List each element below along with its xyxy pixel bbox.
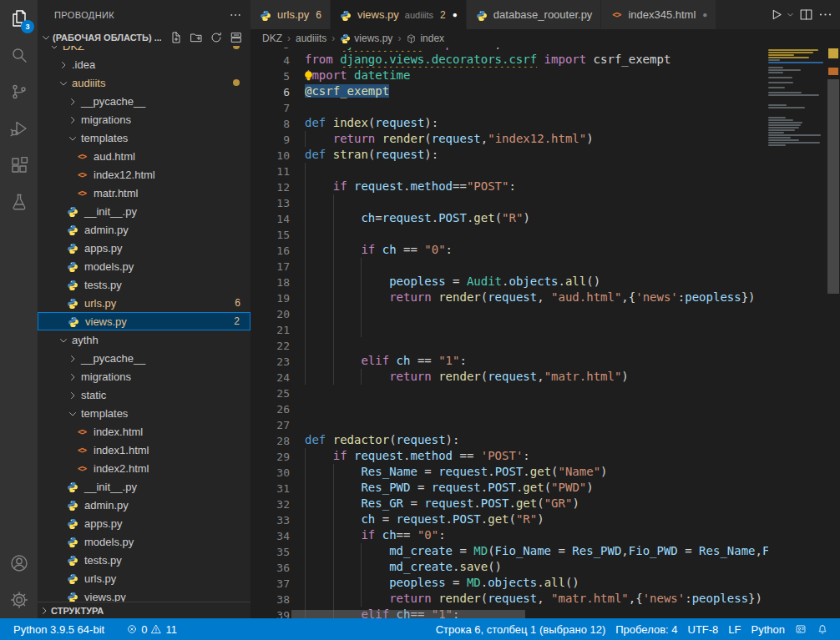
notifications-item[interactable] — [812, 623, 833, 635]
code-line-20: 20 — [250, 305, 768, 321]
line-text — [305, 385, 768, 401]
vertical-scrollbar-thumb[interactable] — [827, 79, 839, 294]
breadcrumb-item-audiiits[interactable]: audiiits — [296, 33, 326, 44]
tree-item-templates[interactable]: templates — [38, 129, 250, 147]
new-file-icon[interactable] — [169, 30, 184, 45]
tree-item-apps.py[interactable]: apps.py — [38, 239, 250, 257]
breadcrumb-item-index[interactable]: index — [406, 33, 444, 44]
indent-guide — [333, 274, 334, 290]
tree-item-admin.py[interactable]: admin.py — [38, 496, 250, 514]
activity-bar-item-extensions[interactable] — [0, 147, 38, 184]
minimap-line — [768, 127, 799, 129]
split-editor-icon[interactable] — [798, 7, 814, 23]
tree-item-models.py[interactable]: models.py — [38, 257, 250, 275]
tree-item-templates[interactable]: templates — [38, 404, 250, 422]
sidebar-more-actions-icon[interactable] — [229, 8, 242, 22]
tree-item-DKZ[interactable]: DKZ — [38, 46, 250, 55]
tree-item-views.py[interactable]: views.py2 — [38, 312, 250, 330]
feedback-item[interactable] — [790, 623, 812, 635]
tree-item-index1.html[interactable]: <>index1.html — [38, 441, 250, 459]
code-line-24: 24 return render(request,"matr.html") — [250, 369, 768, 385]
line-text — [305, 401, 768, 416]
outline-section-header[interactable]: СТРУКТУРА — [38, 602, 250, 618]
tree-item-aud.html[interactable]: <>aud.html — [38, 147, 250, 165]
activity-bar-item-explorer[interactable]: 3 — [0, 0, 38, 37]
editor[interactable]: DKZ›audiiits›views.py›index 3from aythh.… — [250, 29, 840, 618]
minimap-line — [768, 89, 827, 91]
tree-item-matr.html[interactable]: <>matr.html — [38, 184, 250, 202]
activity-bar-item-search[interactable] — [0, 37, 38, 73]
tab-index345.html[interactable]: <>index345.html● — [601, 0, 716, 29]
tree-item-__init__.py[interactable]: __init__.py — [38, 202, 250, 220]
activity-bar-item-account[interactable] — [0, 545, 38, 582]
breadcrumb-item-DKZ[interactable]: DKZ — [262, 33, 282, 44]
tab-label: index345.html — [628, 8, 696, 21]
indent-guide — [361, 543, 362, 559]
tree-item-index2.html[interactable]: <>index2.html — [38, 459, 250, 477]
tab-problems-badge: 2 — [440, 9, 446, 21]
line-text: md_create = MD(Fio_Name = Res_PWD,Fio_PW… — [305, 543, 768, 559]
vertical-scrollbar[interactable] — [827, 48, 840, 618]
tree-item-__init__.py[interactable]: __init__.py — [38, 477, 250, 496]
collapse-all-icon[interactable] — [229, 30, 244, 45]
breadcrumb-label: views.py — [354, 33, 392, 44]
more-icon[interactable] — [817, 7, 833, 23]
tree-item-index12.html[interactable]: <>index12.html — [38, 165, 250, 184]
tree-item-audiiits[interactable]: audiiits — [38, 73, 250, 92]
tree-item-aythh[interactable]: aythh — [38, 330, 250, 349]
minimap-line — [768, 142, 820, 144]
indentation-item[interactable]: Пробелов: 4 — [610, 623, 682, 636]
eol-item[interactable]: LF — [723, 623, 746, 636]
tree-item-urls.py[interactable]: urls.py6 — [38, 294, 250, 312]
breadcrumb-label: DKZ — [262, 33, 282, 44]
chevron-down-icon[interactable] — [787, 10, 795, 19]
python-icon — [66, 572, 79, 585]
tree-item-admin.py[interactable]: admin.py — [38, 220, 250, 239]
tree-item-migrations[interactable]: migrations — [38, 367, 250, 386]
lightbulb-icon[interactable] — [302, 69, 315, 83]
activity-bar-item-testing[interactable] — [0, 184, 38, 220]
tab-views.py[interactable]: views.pyaudiiits2● — [331, 0, 467, 29]
activity-bar-item-settings[interactable] — [0, 582, 38, 618]
tree-item-index.html[interactable]: <>index.html — [38, 422, 250, 441]
overview-ruler-mark — [828, 48, 838, 58]
tree-item-models.py[interactable]: models.py — [38, 532, 250, 551]
minimap-line — [768, 79, 827, 81]
tree-item-urls.py[interactable]: urls.py — [38, 569, 250, 587]
run-icon[interactable] — [768, 7, 784, 23]
horizontal-scrollbar[interactable] — [291, 610, 525, 618]
activity-bar-item-source-control[interactable] — [0, 73, 38, 110]
python-interpreter-item[interactable]: Python 3.9.5 64-bit — [8, 623, 109, 636]
tree-item-migrations[interactable]: migrations — [38, 110, 250, 129]
tree-item-__pycache__[interactable]: __pycache__ — [38, 349, 250, 367]
problems-item[interactable]: 0 11 — [121, 623, 182, 636]
code-area[interactable]: 3from aythh.models import MD,Audit4from … — [250, 48, 768, 618]
new-folder-icon[interactable] — [189, 30, 204, 45]
tree-item-static[interactable]: static — [38, 386, 250, 404]
modified-dot-icon: ● — [702, 10, 707, 19]
tree-item-tests.py[interactable]: tests.py — [38, 275, 250, 294]
tree-item-views.py[interactable]: views.py — [38, 587, 250, 602]
indent-guide — [333, 337, 334, 353]
tree-item-__pycache__[interactable]: __pycache__ — [38, 92, 250, 110]
indent-guide — [305, 496, 306, 511]
tab-database_roouter.py[interactable]: database_roouter.py — [467, 0, 602, 29]
indent-guide — [305, 591, 306, 607]
line-text: return render(request, "aud.html",{'news… — [305, 290, 768, 305]
line-text — [305, 416, 768, 432]
cursor-position-item[interactable]: Строка 6, столбец 1 (выбрано 12) — [431, 623, 611, 636]
language-mode-item[interactable]: Python — [746, 623, 790, 636]
tree-item-tests.py[interactable]: tests.py — [38, 551, 250, 569]
breadcrumb-item-views.py[interactable]: views.py — [340, 33, 392, 44]
line-number: 39 — [250, 607, 290, 618]
tab-urls.py[interactable]: urls.py6 — [250, 0, 331, 29]
encoding-item[interactable]: UTF-8 — [683, 623, 724, 636]
tree-item-apps.py[interactable]: apps.py — [38, 514, 250, 532]
tree-item-.idea[interactable]: .idea — [38, 55, 250, 73]
workspace-section-header[interactable]: (РАБОЧАЯ ОБЛАСТЬ) ... — [38, 29, 250, 46]
activity-bar-item-run-and-debug[interactable] — [0, 110, 38, 147]
feedback-icon — [795, 623, 807, 635]
refresh-icon[interactable] — [209, 30, 224, 45]
minimap[interactable] — [768, 48, 827, 618]
modified-dot — [233, 79, 240, 86]
